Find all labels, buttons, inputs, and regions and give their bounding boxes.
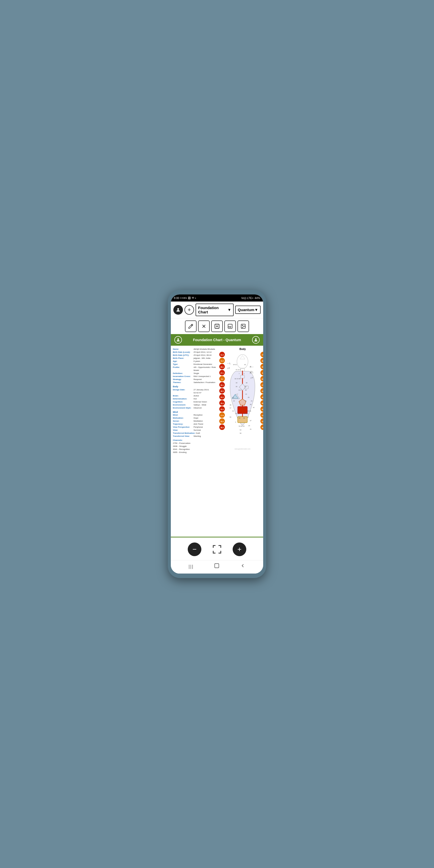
body-diagram: Body 41.6 31.6 28.1 27.1 — [218, 348, 263, 454]
svg-text:12: 12 — [245, 386, 247, 387]
type-row: Type: Emotional Generator — [173, 363, 217, 366]
svg-text:33: 33 — [245, 389, 247, 391]
channels-value-0: 2750 - Preservation — [173, 442, 217, 445]
svg-text:50: 50 — [229, 416, 231, 418]
toolbar: PDF — [171, 318, 263, 334]
svg-text:18 28: 18 28 — [235, 413, 239, 414]
person-dropdown[interactable]: Quantum ▼ — [235, 306, 261, 314]
svg-text:27.3: 27.3 — [262, 384, 263, 386]
svg-text:38.3: 38.3 — [220, 427, 224, 429]
watermark-text: www.geneticmatrix.com — [234, 448, 250, 450]
chart-header-title: Foundation Chart - Quantum — [193, 338, 241, 342]
determination-label: Determination: — [173, 397, 193, 400]
svg-text:63: 63 — [244, 364, 246, 365]
image-button[interactable] — [238, 320, 249, 332]
trajectory-label: Trajectory: — [173, 423, 193, 426]
svg-text:57: 57 — [229, 407, 231, 409]
chart-content: Name: Abhijit bhutada Bhutada Birth Date… — [171, 346, 263, 456]
person-label: Quantum — [238, 308, 254, 312]
pencil-button[interactable] — [185, 320, 196, 332]
svg-text:46: 46 — [245, 400, 247, 402]
photo-icon: 🖼 — [188, 297, 191, 300]
svg-text:42: 42 — [239, 417, 241, 419]
type-label: Type: — [173, 363, 193, 366]
top-bar: + Foundation Chart ▼ Quantum ▼ — [171, 302, 263, 318]
svg-rect-124 — [215, 564, 219, 568]
channels-value-2: 3041 - Recognition — [173, 448, 217, 451]
chart-header: Foundation Chart - Quantum — [171, 334, 263, 346]
svg-text:44: 44 — [232, 410, 234, 412]
strategy-row: Strategy: Respond — [173, 378, 217, 381]
transferred-view-value: Wanting — [193, 435, 201, 438]
view-perspective-row: View Perspective: Peripheral — [173, 426, 217, 429]
env-style-value: Observer — [193, 406, 202, 409]
pdf-button[interactable]: PDF — [224, 320, 236, 332]
name-row: Name: Abhijit bhutada Bhutada — [173, 348, 217, 351]
birth-date-utc-value: 25 April 2014, 08:44 — [193, 354, 212, 357]
svg-text:22.5: 22.5 — [262, 390, 263, 392]
add-person-button[interactable]: + — [184, 305, 194, 315]
type-value: Emotional Generator — [193, 363, 212, 366]
mind-row: Mind: Receptive — [173, 413, 217, 416]
mind-label: Mind: — [173, 413, 193, 416]
cognition-value: External Vision — [193, 400, 207, 403]
recents-button[interactable]: ||| — [188, 564, 193, 569]
transferred-view-row: Transferred View: Wanting — [173, 435, 217, 438]
zoom-out-button[interactable]: − — [188, 542, 202, 556]
name-label: Name: — [173, 348, 193, 351]
svg-text:△③: △③ — [227, 367, 230, 369]
white-space — [171, 456, 263, 537]
person-dropdown-arrow: ▼ — [254, 308, 258, 312]
add-button[interactable] — [211, 320, 223, 332]
body-diagram-title: Body — [240, 348, 246, 350]
strategy-value: Respond — [193, 378, 202, 381]
themes-value: Satisfaction / Frustration — [193, 381, 215, 384]
brain-label: Brain: — [173, 394, 193, 397]
svg-point-11 — [255, 338, 257, 340]
definition-value: Single — [193, 372, 199, 375]
hd-body-svg: 41.6 31.6 28.1 27.1 5.3 30.1 — [218, 351, 263, 452]
svg-text:←L: ←L — [227, 362, 230, 365]
svg-text:41.6: 41.6 — [220, 354, 224, 356]
svg-text:54: 54 — [240, 429, 242, 431]
birth-date-local-row: Birth Date (Local): 25 April 2014, 14:14 — [173, 351, 217, 354]
environment-value: Valleys - Wide — [193, 403, 207, 406]
svg-text:47 24 4: 47 24 4 — [236, 369, 241, 370]
svg-text:38.5: 38.5 — [220, 390, 224, 392]
close-button[interactable] — [198, 320, 210, 332]
environment-row: Environment: Valleys - Wide — [173, 403, 217, 406]
motivation-value: Hope — [193, 416, 198, 420]
design-date-row: Design Date: 27 January 2014, 02:42:47 — [173, 388, 217, 394]
svg-point-9 — [242, 325, 243, 326]
determination-value: Hot — [193, 397, 196, 400]
channels-section: Channels: 2750 - Preservation 2838 - Str… — [173, 439, 217, 454]
svg-text:50.3: 50.3 — [262, 366, 263, 368]
cognition-row: Cognition: External Vision — [173, 400, 217, 403]
mind-value: Receptive — [193, 413, 203, 416]
svg-text:43.3: 43.3 — [262, 408, 263, 410]
themes-label: Themes: — [173, 381, 193, 384]
strategy-label: Strategy: — [173, 378, 193, 381]
zoom-in-button[interactable]: + — [232, 542, 246, 556]
birth-place-value: jalgoan , MH, India — [193, 357, 211, 360]
svg-text:25: 25 — [248, 397, 250, 398]
sense-label: Sense: — [173, 420, 193, 423]
svg-text:35: 35 — [246, 382, 248, 383]
svg-point-64 — [237, 354, 248, 369]
svg-text:16: 16 — [236, 382, 238, 383]
chart-type-dropdown[interactable]: Foundation Chart ▼ — [195, 304, 234, 316]
svg-rect-71 — [238, 406, 247, 413]
person-icon[interactable] — [173, 305, 183, 315]
sense-value: Meditation — [193, 420, 203, 423]
header-person-right — [252, 336, 260, 344]
fit-screen-button[interactable] — [212, 544, 222, 555]
birth-place-label: Birth Place: — [173, 357, 193, 360]
svg-text:63.5: 63.5 — [262, 378, 263, 380]
home-button[interactable] — [214, 563, 219, 570]
transferred-motivation-row: Transferred Motivation: Guilt — [173, 432, 217, 435]
dot-icon: • — [195, 297, 196, 300]
svg-text:53 60 52: 53 60 52 — [239, 426, 245, 427]
back-button[interactable] — [240, 563, 246, 570]
svg-text:20: 20 — [236, 386, 238, 387]
signal-text: Vo)) LTE+ — [241, 297, 254, 300]
